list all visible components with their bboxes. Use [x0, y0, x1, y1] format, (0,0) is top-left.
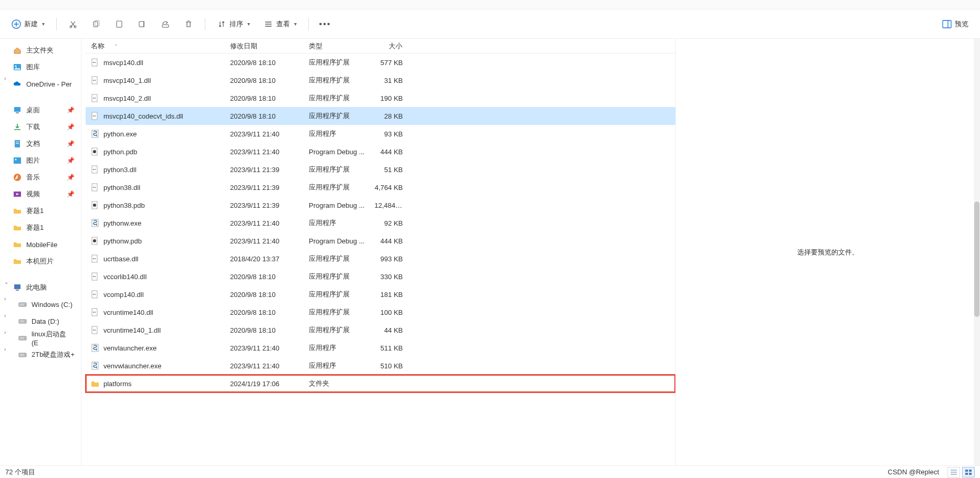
expand-icon[interactable]: › — [4, 313, 6, 318]
nav-home[interactable]: 主文件夹 — [0, 42, 81, 59]
drive-icon — [18, 350, 27, 359]
nav-quick-item[interactable]: 赛题1 — [0, 203, 81, 219]
file-row[interactable]: python38.pdb 2023/9/11 21:39 Program Deb… — [86, 196, 675, 214]
rename-button[interactable] — [132, 15, 152, 34]
file-list[interactable]: 名称⌃ 修改日期 类型 大小 msvcp140.dll 2020/9/8 18:… — [81, 39, 675, 465]
expand-icon[interactable]: › — [4, 330, 6, 335]
file-name: python3.dll — [103, 166, 137, 174]
file-row[interactable]: platforms 2024/1/19 17:06 文件夹 — [86, 375, 675, 392]
folder-icon — [13, 240, 22, 249]
file-size: 444 KB — [369, 237, 410, 245]
svg-point-45 — [93, 131, 94, 132]
scrollbar-thumb[interactable] — [974, 201, 979, 317]
file-name: venvwlauncher.exe — [103, 362, 162, 370]
expand-icon[interactable]: › — [4, 346, 6, 352]
scrollbar[interactable] — [974, 39, 980, 465]
file-row[interactable]: python38.dll 2023/9/11 21:39 应用程序扩展 4,76… — [86, 178, 675, 196]
nav-quick-item[interactable]: 赛题1 — [0, 219, 81, 236]
nav-onedrive[interactable]: OneDrive - Per — [0, 76, 81, 92]
file-row[interactable]: msvcp140_1.dll 2020/9/8 18:10 应用程序扩展 31 … — [86, 71, 675, 89]
file-row[interactable]: msvcp140_2.dll 2020/9/8 18:10 应用程序扩展 190… — [86, 89, 675, 107]
file-icon — [91, 219, 99, 227]
copy-button[interactable] — [86, 15, 106, 34]
file-name: python38.dll — [103, 184, 140, 192]
file-date: 2020/9/8 18:10 — [225, 309, 304, 316]
nav-quick-item[interactable]: 本机照片 — [0, 253, 81, 270]
nav-quick-item[interactable]: 文档📌 — [0, 135, 81, 152]
nav-pane[interactable]: 主文件夹 图库 ›OneDrive - Per 桌面📌下载📌文档📌图片📌音乐📌视… — [0, 39, 81, 465]
view-details-button[interactable] — [947, 467, 960, 477]
file-icon — [91, 290, 99, 299]
file-icon — [91, 254, 99, 263]
chevron-down-icon: ▾ — [247, 21, 250, 27]
nav-quick-item[interactable]: 图片📌 — [0, 152, 81, 169]
svg-rect-14 — [16, 112, 19, 113]
folder-icon — [13, 122, 22, 132]
file-row[interactable]: python.exe 2023/9/11 21:40 应用程序 93 KB — [86, 125, 675, 143]
nav-gallery[interactable]: 图库 — [0, 59, 81, 76]
file-row[interactable]: pythonw.exe 2023/9/11 21:40 应用程序 92 KB — [86, 214, 675, 232]
nav-drive[interactable]: linux启动盘 (E — [0, 330, 81, 346]
col-name[interactable]: 名称⌃ — [86, 39, 225, 53]
file-row[interactable]: msvcp140_codecvt_ids.dll 2020/9/8 18:10 … — [86, 107, 675, 125]
file-type: 应用程序 — [304, 129, 369, 139]
nav-drive[interactable]: Windows (C:) — [0, 296, 81, 313]
svg-point-59 — [96, 225, 97, 226]
file-row[interactable]: ucrtbase.dll 2018/4/20 13:37 应用程序扩展 993 … — [86, 250, 675, 268]
file-name: msvcp140_2.dll — [103, 94, 151, 102]
col-date[interactable]: 修改日期 — [225, 39, 304, 53]
share-button[interactable] — [155, 15, 175, 34]
file-row[interactable]: vccorlib140.dll 2020/9/8 18:10 应用程序扩展 33… — [86, 268, 675, 285]
folder-icon — [13, 206, 22, 216]
col-type[interactable]: 类型 — [304, 39, 369, 53]
paste-button[interactable] — [109, 15, 129, 34]
svg-rect-64 — [95, 258, 96, 259]
nav-quick-item[interactable]: MobileFile — [0, 236, 81, 253]
file-row[interactable]: msvcp140.dll 2020/9/8 18:10 应用程序扩展 577 K… — [86, 54, 675, 71]
folder-icon — [13, 173, 22, 182]
watermark: CSDN @Replect — [888, 468, 939, 476]
file-row[interactable]: venvlauncher.exe 2023/9/11 21:40 应用程序 51… — [86, 339, 675, 357]
nav-drive[interactable]: 2Tb硬盘游戏+ — [0, 346, 81, 363]
expand-icon[interactable]: › — [4, 296, 6, 302]
paste-icon — [114, 19, 124, 29]
nav-quick-item[interactable]: 桌面📌 — [0, 102, 81, 119]
file-row[interactable]: python.pdb 2023/9/11 21:40 Program Debug… — [86, 143, 675, 161]
svg-point-48 — [93, 150, 96, 153]
svg-point-82 — [96, 367, 97, 368]
file-icon — [91, 165, 99, 174]
file-size: 511 KB — [369, 344, 410, 352]
file-size: 44 KB — [369, 326, 410, 334]
view-icons-button[interactable] — [962, 467, 975, 477]
file-size: 12,484 KB — [369, 201, 410, 209]
cut-button[interactable] — [63, 15, 83, 34]
separator — [205, 18, 205, 30]
folder-icon — [13, 105, 22, 115]
chevron-down-icon: ▾ — [294, 21, 297, 27]
file-row[interactable]: python3.dll 2023/9/11 21:39 应用程序扩展 51 KB — [86, 161, 675, 178]
file-row[interactable]: pythonw.pdb 2023/9/11 21:40 Program Debu… — [86, 232, 675, 250]
file-name: venvlauncher.exe — [103, 344, 157, 352]
nav-drive[interactable]: Data (D:) — [0, 313, 81, 330]
delete-button[interactable] — [179, 15, 199, 34]
file-date: 2020/9/8 18:10 — [225, 77, 304, 84]
view-button[interactable]: 查看 ▾ — [258, 15, 302, 34]
nav-thispc[interactable]: 此电脑 — [0, 279, 81, 296]
more-button[interactable]: ••• — [315, 15, 335, 34]
collapse-icon[interactable]: ⌄ — [4, 279, 8, 285]
preview-toggle[interactable]: 预览 — [937, 15, 974, 34]
file-row[interactable]: vcruntime140_1.dll 2020/9/8 18:10 应用程序扩展… — [86, 321, 675, 339]
nav-quick-item[interactable]: 下载📌 — [0, 119, 81, 135]
sort-button[interactable]: 排序 ▾ — [212, 15, 255, 34]
new-button[interactable]: 新建 ▾ — [6, 15, 50, 34]
expand-icon[interactable]: › — [4, 76, 6, 81]
nav-quick-item[interactable]: 视频📌 — [0, 186, 81, 203]
svg-point-12 — [15, 66, 17, 67]
file-row[interactable]: vcomp140.dll 2020/9/8 18:10 应用程序扩展 181 K… — [86, 285, 675, 303]
svg-rect-23 — [16, 290, 19, 291]
col-size[interactable]: 大小 — [369, 39, 410, 53]
nav-quick-item[interactable]: 音乐📌 — [0, 169, 81, 186]
file-row[interactable]: vcruntime140.dll 2020/9/8 18:10 应用程序扩展 1… — [86, 303, 675, 321]
file-name: msvcp140_codecvt_ids.dll — [103, 112, 183, 120]
file-row[interactable]: venvwlauncher.exe 2023/9/11 21:40 应用程序 5… — [86, 357, 675, 375]
